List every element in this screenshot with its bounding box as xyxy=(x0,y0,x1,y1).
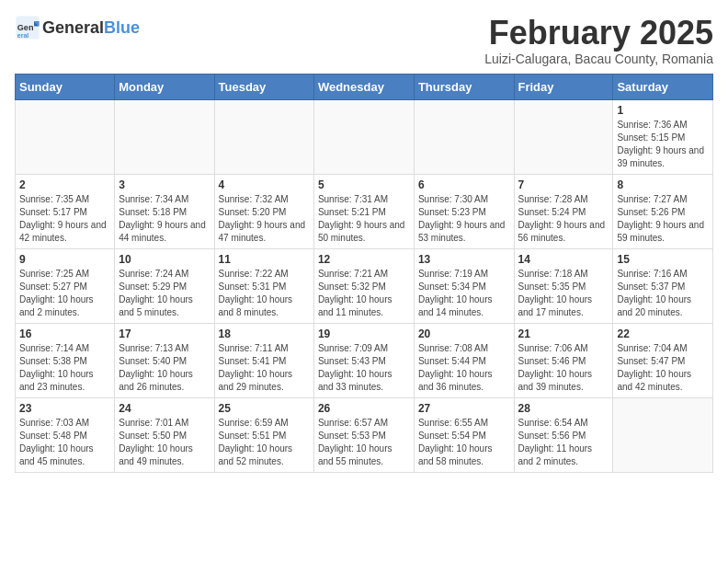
day-cell xyxy=(214,99,313,174)
day-cell: 23Sunrise: 7:03 AM Sunset: 5:48 PM Dayli… xyxy=(16,397,115,472)
day-info: Sunrise: 6:54 AM Sunset: 5:56 PM Dayligh… xyxy=(518,417,609,468)
logo-text-general: General xyxy=(42,18,104,37)
day-number: 25 xyxy=(219,402,310,415)
week-row-3: 9Sunrise: 7:25 AM Sunset: 5:27 PM Daylig… xyxy=(16,248,713,323)
day-cell xyxy=(414,99,514,174)
day-number: 1 xyxy=(617,104,709,117)
day-number: 19 xyxy=(318,327,410,340)
day-cell xyxy=(613,397,713,472)
day-number: 26 xyxy=(318,402,410,415)
week-row-1: 1Sunrise: 7:36 AM Sunset: 5:15 PM Daylig… xyxy=(16,99,713,174)
day-info: Sunrise: 7:09 AM Sunset: 5:43 PM Dayligh… xyxy=(318,342,410,394)
calendar-title: February 2025 xyxy=(484,15,713,52)
svg-text:eral: eral xyxy=(17,32,29,39)
weekday-header-thursday: Thursday xyxy=(414,74,514,99)
day-info: Sunrise: 7:18 AM Sunset: 5:35 PM Dayligh… xyxy=(518,268,609,319)
day-cell: 19Sunrise: 7:09 AM Sunset: 5:43 PM Dayli… xyxy=(313,323,414,397)
day-cell: 17Sunrise: 7:13 AM Sunset: 5:40 PM Dayli… xyxy=(115,323,214,397)
day-cell: 22Sunrise: 7:04 AM Sunset: 5:47 PM Dayli… xyxy=(613,323,713,397)
day-number: 27 xyxy=(418,402,510,415)
day-cell: 1Sunrise: 7:36 AM Sunset: 5:15 PM Daylig… xyxy=(613,99,713,174)
day-number: 15 xyxy=(617,253,709,266)
day-info: Sunrise: 7:04 AM Sunset: 5:47 PM Dayligh… xyxy=(617,342,709,394)
day-number: 7 xyxy=(518,178,609,191)
calendar-subtitle: Luizi-Calugara, Bacau County, Romania xyxy=(484,52,713,66)
day-number: 10 xyxy=(119,253,210,266)
day-info: Sunrise: 7:35 AM Sunset: 5:17 PM Dayligh… xyxy=(19,193,110,245)
day-number: 16 xyxy=(19,327,110,340)
day-cell: 9Sunrise: 7:25 AM Sunset: 5:27 PM Daylig… xyxy=(16,248,115,323)
day-cell: 27Sunrise: 6:55 AM Sunset: 5:54 PM Dayli… xyxy=(414,397,514,472)
title-block: February 2025 Luizi-Calugara, Bacau Coun… xyxy=(484,15,713,66)
day-info: Sunrise: 7:27 AM Sunset: 5:26 PM Dayligh… xyxy=(617,193,709,245)
day-info: Sunrise: 7:16 AM Sunset: 5:37 PM Dayligh… xyxy=(617,268,709,319)
day-number: 3 xyxy=(119,178,210,191)
day-cell: 2Sunrise: 7:35 AM Sunset: 5:17 PM Daylig… xyxy=(16,174,115,248)
logo-icon: Gen eral xyxy=(15,15,40,40)
day-cell: 12Sunrise: 7:21 AM Sunset: 5:32 PM Dayli… xyxy=(313,248,414,323)
week-row-4: 16Sunrise: 7:14 AM Sunset: 5:38 PM Dayli… xyxy=(16,323,713,397)
day-number: 9 xyxy=(19,253,110,266)
day-cell xyxy=(514,99,613,174)
day-number: 28 xyxy=(518,402,609,415)
day-number: 5 xyxy=(318,178,410,191)
day-cell: 16Sunrise: 7:14 AM Sunset: 5:38 PM Dayli… xyxy=(16,323,115,397)
day-number: 21 xyxy=(518,327,609,340)
day-number: 6 xyxy=(418,178,510,191)
weekday-header-wednesday: Wednesday xyxy=(313,74,414,99)
day-info: Sunrise: 7:19 AM Sunset: 5:34 PM Dayligh… xyxy=(418,268,510,319)
day-number: 20 xyxy=(418,327,510,340)
day-number: 11 xyxy=(219,253,310,266)
day-info: Sunrise: 7:13 AM Sunset: 5:40 PM Dayligh… xyxy=(119,342,210,394)
day-cell: 10Sunrise: 7:24 AM Sunset: 5:29 PM Dayli… xyxy=(115,248,214,323)
weekday-header-saturday: Saturday xyxy=(613,74,713,99)
day-number: 22 xyxy=(617,327,709,340)
day-info: Sunrise: 7:06 AM Sunset: 5:46 PM Dayligh… xyxy=(518,342,609,394)
day-info: Sunrise: 7:11 AM Sunset: 5:41 PM Dayligh… xyxy=(219,342,310,394)
day-cell: 14Sunrise: 7:18 AM Sunset: 5:35 PM Dayli… xyxy=(514,248,613,323)
week-row-2: 2Sunrise: 7:35 AM Sunset: 5:17 PM Daylig… xyxy=(16,174,713,248)
day-cell: 15Sunrise: 7:16 AM Sunset: 5:37 PM Dayli… xyxy=(613,248,713,323)
day-info: Sunrise: 7:22 AM Sunset: 5:31 PM Dayligh… xyxy=(219,268,310,319)
day-cell: 8Sunrise: 7:27 AM Sunset: 5:26 PM Daylig… xyxy=(613,174,713,248)
day-cell xyxy=(313,99,414,174)
svg-text:Gen: Gen xyxy=(17,23,34,32)
day-number: 2 xyxy=(19,178,110,191)
day-cell: 5Sunrise: 7:31 AM Sunset: 5:21 PM Daylig… xyxy=(313,174,414,248)
day-info: Sunrise: 7:14 AM Sunset: 5:38 PM Dayligh… xyxy=(19,342,110,394)
day-cell: 7Sunrise: 7:28 AM Sunset: 5:24 PM Daylig… xyxy=(514,174,613,248)
day-cell xyxy=(115,99,214,174)
day-info: Sunrise: 7:30 AM Sunset: 5:23 PM Dayligh… xyxy=(418,193,510,245)
day-number: 12 xyxy=(318,253,410,266)
day-number: 18 xyxy=(219,327,310,340)
week-row-5: 23Sunrise: 7:03 AM Sunset: 5:48 PM Dayli… xyxy=(16,397,713,472)
day-cell: 21Sunrise: 7:06 AM Sunset: 5:46 PM Dayli… xyxy=(514,323,613,397)
day-info: Sunrise: 7:03 AM Sunset: 5:48 PM Dayligh… xyxy=(19,417,110,468)
day-number: 17 xyxy=(119,327,210,340)
day-cell: 13Sunrise: 7:19 AM Sunset: 5:34 PM Dayli… xyxy=(414,248,514,323)
day-cell: 28Sunrise: 6:54 AM Sunset: 5:56 PM Dayli… xyxy=(514,397,613,472)
weekday-header-monday: Monday xyxy=(115,74,214,99)
day-cell: 25Sunrise: 6:59 AM Sunset: 5:51 PM Dayli… xyxy=(214,397,313,472)
day-cell: 11Sunrise: 7:22 AM Sunset: 5:31 PM Dayli… xyxy=(214,248,313,323)
day-number: 4 xyxy=(219,178,310,191)
day-info: Sunrise: 7:01 AM Sunset: 5:50 PM Dayligh… xyxy=(119,417,210,468)
day-info: Sunrise: 7:21 AM Sunset: 5:32 PM Dayligh… xyxy=(318,268,410,319)
day-info: Sunrise: 7:08 AM Sunset: 5:44 PM Dayligh… xyxy=(418,342,510,394)
weekday-header-row: SundayMondayTuesdayWednesdayThursdayFrid… xyxy=(16,74,713,99)
day-info: Sunrise: 6:55 AM Sunset: 5:54 PM Dayligh… xyxy=(418,417,510,468)
day-info: Sunrise: 6:59 AM Sunset: 5:51 PM Dayligh… xyxy=(219,417,310,468)
day-info: Sunrise: 7:28 AM Sunset: 5:24 PM Dayligh… xyxy=(518,193,609,245)
day-cell: 4Sunrise: 7:32 AM Sunset: 5:20 PM Daylig… xyxy=(214,174,313,248)
day-number: 23 xyxy=(19,402,110,415)
day-info: Sunrise: 6:57 AM Sunset: 5:53 PM Dayligh… xyxy=(318,417,410,468)
calendar-table: SundayMondayTuesdayWednesdayThursdayFrid… xyxy=(15,74,713,473)
day-cell: 18Sunrise: 7:11 AM Sunset: 5:41 PM Dayli… xyxy=(214,323,313,397)
day-cell: 26Sunrise: 6:57 AM Sunset: 5:53 PM Dayli… xyxy=(313,397,414,472)
day-info: Sunrise: 7:31 AM Sunset: 5:21 PM Dayligh… xyxy=(318,193,410,245)
weekday-header-sunday: Sunday xyxy=(16,74,115,99)
day-info: Sunrise: 7:25 AM Sunset: 5:27 PM Dayligh… xyxy=(19,268,110,319)
day-cell xyxy=(16,99,115,174)
day-cell: 20Sunrise: 7:08 AM Sunset: 5:44 PM Dayli… xyxy=(414,323,514,397)
day-info: Sunrise: 7:32 AM Sunset: 5:20 PM Dayligh… xyxy=(219,193,310,245)
